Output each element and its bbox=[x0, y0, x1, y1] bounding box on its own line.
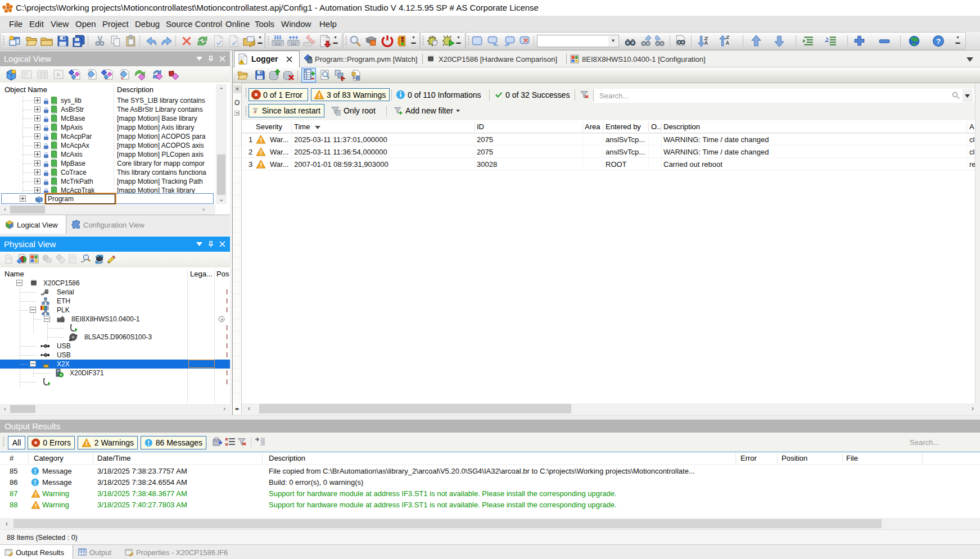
svg-text:.h: .h bbox=[56, 72, 60, 78]
